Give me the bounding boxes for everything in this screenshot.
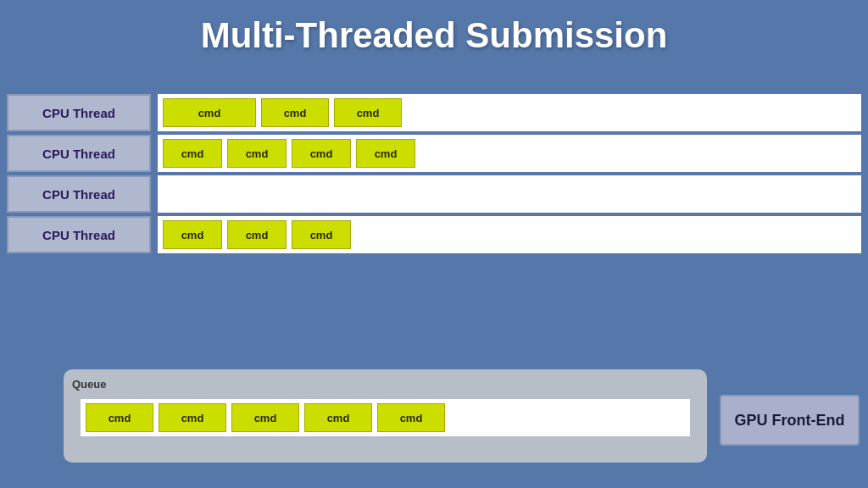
cmd-block: cmd (231, 403, 299, 432)
cmd-block: cmd (227, 220, 287, 249)
cmd-block: cmd (377, 403, 445, 432)
thread-bar-1: cmd cmd cmd (158, 94, 861, 131)
queue-section: Queue cmd cmd cmd cmd cmd (64, 369, 707, 463)
thread-bar-4: cmd cmd cmd (158, 216, 861, 253)
cmd-block: cmd (163, 98, 256, 127)
cmd-block: cmd (292, 139, 351, 168)
thread-label-4: CPU Thread (7, 216, 151, 253)
cmd-block: cmd (163, 139, 222, 168)
cmd-block: cmd (159, 403, 226, 432)
page-title: Multi-Threaded Submission (0, 0, 868, 71)
thread-row-1: CPU Thread cmd cmd cmd (7, 93, 861, 132)
queue-label: Queue (72, 378, 698, 391)
thread-row-2: CPU Thread cmd cmd cmd cmd (7, 134, 861, 173)
queue-bar: cmd cmd cmd cmd cmd (81, 399, 690, 436)
cmd-block: cmd (334, 98, 402, 127)
cmd-block: cmd (86, 403, 153, 432)
cmd-block: cmd (304, 403, 372, 432)
cmd-block: cmd (356, 139, 415, 168)
thread-label-2: CPU Thread (7, 135, 151, 172)
gpu-frontend-box: GPU Front-End (720, 395, 860, 446)
thread-row-3: CPU Thread (7, 175, 861, 214)
thread-label-1: CPU Thread (7, 94, 151, 131)
thread-row-4: CPU Thread cmd cmd cmd (7, 215, 861, 254)
thread-bar-3 (158, 175, 861, 213)
cmd-block: cmd (261, 98, 329, 127)
thread-label-3: CPU Thread (7, 175, 151, 213)
threads-section: CPU Thread cmd cmd cmd CPU Thread cmd cm… (7, 93, 861, 256)
thread-bar-2: cmd cmd cmd cmd (158, 135, 861, 172)
cmd-block: cmd (163, 220, 222, 249)
cmd-block: cmd (227, 139, 287, 168)
cmd-block: cmd (292, 220, 351, 249)
